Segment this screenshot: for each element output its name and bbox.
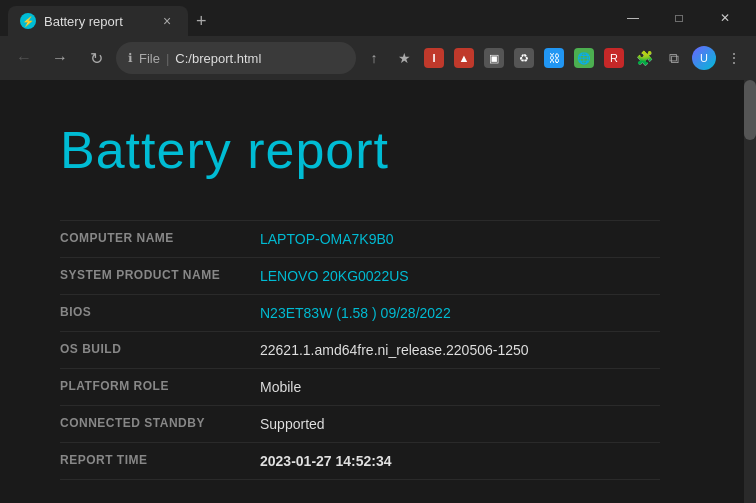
tab-title: Battery report bbox=[44, 14, 150, 29]
globe-badge: 🌐 bbox=[574, 48, 594, 68]
field-label: PLATFORM ROLE bbox=[60, 369, 260, 406]
split-view-icon[interactable]: ⧉ bbox=[660, 44, 688, 72]
toolbar-icons: ↑ ★ I ▲ ▣ ♻ ⛓ 🌐 R 🧩 ⧉ bbox=[360, 44, 748, 72]
scrollbar-track[interactable] bbox=[744, 80, 756, 503]
extension-globe-icon[interactable]: 🌐 bbox=[570, 44, 598, 72]
new-tab-button[interactable]: + bbox=[188, 6, 215, 36]
address-url: C:/breport.html bbox=[175, 51, 261, 66]
field-value: 2023-01-27 14:52:34 bbox=[260, 443, 660, 480]
extensions-icon[interactable]: 🧩 bbox=[630, 44, 658, 72]
tab-close-button[interactable]: × bbox=[158, 12, 176, 30]
profile-icon[interactable]: U bbox=[690, 44, 718, 72]
field-value: 22621.1.amd64fre.ni_release.220506-1250 bbox=[260, 332, 660, 369]
refresh-button[interactable]: ↻ bbox=[80, 42, 112, 74]
window-controls: — □ ✕ bbox=[610, 0, 748, 36]
forward-button[interactable]: → bbox=[44, 42, 76, 74]
field-value: LAPTOP-OMA7K9B0 bbox=[260, 221, 660, 258]
field-label: SYSTEM PRODUCT NAME bbox=[60, 258, 260, 295]
extension-red-icon[interactable]: I bbox=[420, 44, 448, 72]
field-label: REPORT TIME bbox=[60, 443, 260, 480]
table-row: COMPUTER NAMELAPTOP-OMA7K9B0 bbox=[60, 221, 660, 258]
extension-dark-icon[interactable]: ▣ bbox=[480, 44, 508, 72]
field-label: OS BUILD bbox=[60, 332, 260, 369]
browser-chrome: ⚡ Battery report × + — □ ✕ ← → ↻ ℹ File … bbox=[0, 0, 756, 80]
r-badge: R bbox=[604, 48, 624, 68]
tab-favicon: ⚡ bbox=[20, 13, 36, 29]
table-row: CONNECTED STANDBYSupported bbox=[60, 406, 660, 443]
table-row: REPORT TIME2023-01-27 14:52:34 bbox=[60, 443, 660, 480]
link-badge: ⛓ bbox=[544, 48, 564, 68]
back-button[interactable]: ← bbox=[8, 42, 40, 74]
field-value: Supported bbox=[260, 406, 660, 443]
tab-area: ⚡ Battery report × + bbox=[8, 0, 606, 36]
file-label: File bbox=[139, 51, 160, 66]
table-row: SYSTEM PRODUCT NAMELENOVO 20KG0022US bbox=[60, 258, 660, 295]
field-value: LENOVO 20KG0022US bbox=[260, 258, 660, 295]
menu-icon[interactable]: ⋮ bbox=[720, 44, 748, 72]
address-bar: ← → ↻ ℹ File | C:/breport.html ↑ ★ I ▲ ▣… bbox=[0, 36, 756, 80]
table-row: PLATFORM ROLEMobile bbox=[60, 369, 660, 406]
red-extension2-badge: ▲ bbox=[454, 48, 474, 68]
field-label: CONNECTED STANDBY bbox=[60, 406, 260, 443]
field-value: Mobile bbox=[260, 369, 660, 406]
scrollbar-thumb[interactable] bbox=[744, 80, 756, 140]
avatar: U bbox=[692, 46, 716, 70]
table-row: OS BUILD22621.1.amd64fre.ni_release.2205… bbox=[60, 332, 660, 369]
extension-link-icon[interactable]: ⛓ bbox=[540, 44, 568, 72]
field-label: BIOS bbox=[60, 295, 260, 332]
report-title: Battery report bbox=[60, 120, 660, 180]
address-input[interactable]: ℹ File | C:/breport.html bbox=[116, 42, 356, 74]
info-table: COMPUTER NAMELAPTOP-OMA7K9B0SYSTEM PRODU… bbox=[60, 220, 660, 480]
table-row: BIOSN23ET83W (1.58 ) 09/28/2022 bbox=[60, 295, 660, 332]
page-inner: Battery report COMPUTER NAMELAPTOP-OMA7K… bbox=[0, 80, 720, 503]
minimize-button[interactable]: — bbox=[610, 0, 656, 36]
share-icon[interactable]: ↑ bbox=[360, 44, 388, 72]
maximize-button[interactable]: □ bbox=[656, 0, 702, 36]
recycle-badge: ♻ bbox=[514, 48, 534, 68]
field-label: COMPUTER NAME bbox=[60, 221, 260, 258]
red-extension-badge: I bbox=[424, 48, 444, 68]
title-bar: ⚡ Battery report × + — □ ✕ bbox=[0, 0, 756, 36]
extension-red2-icon[interactable]: ▲ bbox=[450, 44, 478, 72]
extension-recycle-icon[interactable]: ♻ bbox=[510, 44, 538, 72]
page-content: Battery report COMPUTER NAMELAPTOP-OMA7K… bbox=[0, 80, 756, 503]
address-separator: | bbox=[166, 51, 169, 66]
favorites-icon[interactable]: ★ bbox=[390, 44, 418, 72]
field-value: N23ET83W (1.58 ) 09/28/2022 bbox=[260, 295, 660, 332]
close-button[interactable]: ✕ bbox=[702, 0, 748, 36]
lock-icon: ℹ bbox=[128, 51, 133, 65]
extension-r-icon[interactable]: R bbox=[600, 44, 628, 72]
dark-extension-badge: ▣ bbox=[484, 48, 504, 68]
browser-tab[interactable]: ⚡ Battery report × bbox=[8, 6, 188, 36]
